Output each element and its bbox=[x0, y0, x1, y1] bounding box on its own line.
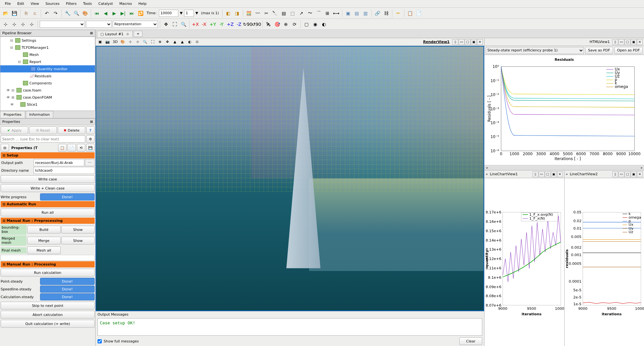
section-manual-proc[interactable]: ⊟Manual Run : Processing bbox=[1, 261, 95, 267]
tree-slice1[interactable]: 👁Slice1 bbox=[0, 101, 95, 108]
time-step-input[interactable] bbox=[184, 10, 194, 17]
output-path-browse[interactable]: … bbox=[85, 159, 95, 166]
merged-show-button[interactable]: Show bbox=[61, 237, 95, 244]
hv-restore-icon[interactable]: ▣ bbox=[631, 39, 637, 45]
rotate-m90-icon[interactable]: ↺90 bbox=[253, 20, 260, 28]
final-meshall-button[interactable]: Mesh all bbox=[27, 246, 61, 254]
rv-icon-c[interactable]: 🎨 bbox=[119, 39, 126, 45]
camera-d-icon[interactable]: ⟳ bbox=[291, 20, 298, 28]
representation-select[interactable]: Representation bbox=[113, 21, 158, 28]
connect-icon[interactable]: ⎘ bbox=[22, 9, 30, 17]
edit-icon[interactable]: ✏ bbox=[394, 9, 402, 17]
next-frame-icon[interactable]: ▶| bbox=[119, 9, 127, 17]
search-settings-icon[interactable]: ⚙ bbox=[86, 135, 95, 143]
x-minus-icon[interactable]: -X bbox=[200, 20, 208, 28]
lc2-restore-icon[interactable]: ▣ bbox=[631, 171, 637, 177]
threshold-icon[interactable]: ▤ bbox=[280, 9, 288, 17]
tab-information[interactable]: Information bbox=[26, 111, 54, 118]
rv-restore-icon[interactable]: ▣ bbox=[471, 39, 477, 45]
rv-split-h-icon[interactable]: ▯ bbox=[452, 39, 458, 45]
menu-help[interactable]: Help bbox=[135, 1, 150, 7]
camera-b-icon[interactable]: 🎯 bbox=[273, 20, 281, 28]
skip-button[interactable]: Skip to next point bbox=[1, 302, 95, 309]
last-frame-icon[interactable]: ⏭ bbox=[128, 9, 136, 17]
section-auto-run[interactable]: ⊟Automatic Run bbox=[1, 201, 95, 207]
rv-icon-i[interactable]: ✥ bbox=[164, 39, 171, 45]
tool-icon[interactable]: 🔧 bbox=[64, 9, 71, 17]
lc1-close-icon[interactable]: ✕ bbox=[557, 171, 563, 177]
rotate-90-icon[interactable]: ↻90 bbox=[244, 20, 252, 28]
tree-components[interactable]: Components bbox=[0, 80, 95, 87]
loop-icon[interactable]: 🔁 bbox=[137, 9, 144, 17]
lc1-restore-icon[interactable]: ▣ bbox=[551, 171, 557, 177]
tree-caseopenfoam[interactable]: 👁⊞case.OpenFOAM bbox=[0, 94, 95, 101]
tree-tcfdmanager[interactable]: ⊟TCFDManager1 bbox=[0, 44, 95, 51]
tree-report[interactable]: ⊟Report bbox=[0, 58, 95, 65]
tab-properties[interactable]: Properties bbox=[0, 111, 25, 118]
lc2-close-icon[interactable]: ✕ bbox=[637, 171, 643, 177]
z-plus-icon[interactable]: +Z bbox=[226, 20, 234, 28]
rv-icon-g[interactable]: ⛶ bbox=[149, 39, 156, 45]
abort-button[interactable]: Abort calculation bbox=[1, 311, 95, 319]
zoom-fit-icon[interactable]: ⛶ bbox=[171, 20, 179, 28]
palette-icon[interactable]: 🎨 bbox=[81, 9, 89, 17]
section-manual-pre[interactable]: ⊟Manual Run : Preprocessing bbox=[1, 218, 95, 224]
menu-filters[interactable]: Filters bbox=[63, 1, 80, 7]
lc2-tool-icon[interactable]: » bbox=[566, 172, 568, 176]
camera-a-icon[interactable]: 🛰 bbox=[265, 20, 272, 28]
rv-close-icon[interactable]: ✕ bbox=[477, 39, 483, 45]
write-clean-button[interactable]: Write + Clean case bbox=[1, 184, 95, 192]
rv-icon-b[interactable]: 📷 bbox=[104, 39, 111, 45]
rv-icon-e[interactable]: ⊹ bbox=[134, 39, 141, 45]
unlink-icon[interactable]: ⛓ bbox=[382, 9, 390, 17]
axes-c-icon[interactable]: ⊹ bbox=[19, 20, 27, 28]
y-plus-icon[interactable]: +Y bbox=[209, 20, 217, 28]
menu-edit[interactable]: Edit bbox=[14, 1, 27, 7]
restore-icon[interactable]: ⟲ bbox=[77, 144, 85, 152]
contour-icon[interactable]: 〰 bbox=[254, 9, 262, 17]
paste-prop-icon[interactable]: 📄 bbox=[68, 144, 76, 152]
prev-frame-icon[interactable]: ◀ bbox=[102, 9, 109, 17]
color-field-select[interactable] bbox=[40, 21, 85, 28]
misc-b-icon[interactable]: ◉ bbox=[311, 20, 319, 28]
rv-icon-m[interactable]: ⊙ bbox=[194, 39, 200, 45]
paste-icon[interactable]: 📄 bbox=[415, 9, 423, 17]
run-calc-button[interactable]: Run calculation bbox=[1, 269, 95, 276]
help-button[interactable]: ? bbox=[86, 126, 95, 134]
open-pdf-button[interactable]: Open as PDF bbox=[614, 47, 643, 54]
play-icon[interactable]: ▶ bbox=[110, 9, 118, 17]
misc-a-icon[interactable]: ▢ bbox=[303, 20, 310, 28]
pipeline-close-icon[interactable]: ⊠ bbox=[90, 31, 93, 35]
write-case-button[interactable]: Write case bbox=[1, 175, 95, 183]
clip-icon[interactable]: ✂ bbox=[263, 9, 270, 17]
lc1-tool-icon[interactable]: » bbox=[486, 172, 488, 176]
reset-button[interactable]: ⟲Reset bbox=[29, 126, 57, 134]
open-icon[interactable]: 📂 bbox=[2, 9, 9, 17]
collapse-icon[interactable]: ⊟ bbox=[1, 144, 9, 152]
rv-icon-f[interactable]: 🔍 bbox=[142, 39, 148, 45]
menu-sources[interactable]: Sources bbox=[42, 1, 63, 7]
menu-macros[interactable]: Macros bbox=[116, 1, 135, 7]
z-minus-icon[interactable]: -Z bbox=[235, 20, 243, 28]
camera-c-icon[interactable]: ⊕ bbox=[282, 20, 290, 28]
axes-a-icon[interactable]: ⊹ bbox=[2, 20, 9, 28]
hv-close-icon[interactable]: ✕ bbox=[637, 39, 643, 45]
rv-icon-l[interactable]: ◐ bbox=[186, 39, 193, 45]
run-all-button[interactable]: Run all bbox=[1, 209, 95, 216]
tool-a-icon[interactable]: ◧ bbox=[224, 9, 232, 17]
reset-camera-icon[interactable]: ✥ bbox=[162, 20, 170, 28]
save-icon[interactable]: 💾 bbox=[10, 9, 18, 17]
tool-b-icon[interactable]: ◨ bbox=[233, 9, 241, 17]
dir-name-input[interactable] bbox=[34, 167, 95, 174]
lc2-max-icon[interactable]: ▢ bbox=[625, 171, 630, 177]
rv-icon-d[interactable]: ⊹ bbox=[127, 39, 133, 45]
lc1-split-v-icon[interactable]: ▭ bbox=[539, 171, 545, 177]
warp-icon[interactable]: ⌒ bbox=[315, 9, 323, 17]
menu-tools[interactable]: Tools bbox=[80, 1, 95, 7]
lc2-split-h-icon[interactable]: ▯ bbox=[612, 171, 618, 177]
first-frame-icon[interactable]: ⏮ bbox=[93, 9, 101, 17]
delete-button[interactable]: ✖Delete bbox=[58, 126, 85, 134]
close-tab-icon[interactable]: ⊗ bbox=[126, 32, 129, 36]
x-plus-icon[interactable]: +X bbox=[192, 20, 199, 28]
properties-close-icon[interactable]: ⊠ bbox=[90, 120, 93, 124]
